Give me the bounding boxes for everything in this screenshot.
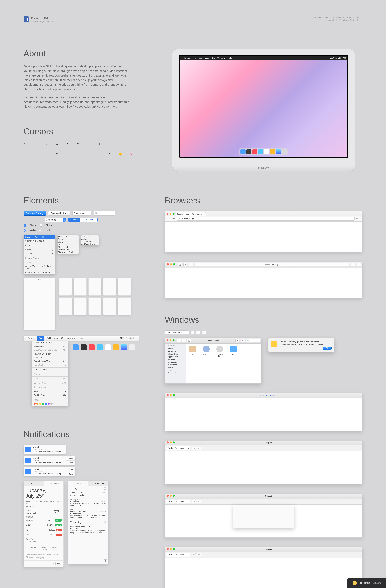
notification-banner[interactable]: Saved Skitch.app Video has been saved to… bbox=[23, 445, 66, 454]
file-menu-dropdown[interactable]: New Finder Window⌘N New Folder⇧⌘N New Fo… bbox=[32, 341, 68, 406]
minimize-icon[interactable] bbox=[170, 441, 172, 443]
reload-icon[interactable]: ⟳ bbox=[173, 217, 175, 220]
share-icon[interactable]: ⇪ bbox=[351, 263, 355, 266]
submenu-1[interactable]: New Folder Get Info View▸ Clean Up Clean… bbox=[58, 235, 79, 254]
segmented-control[interactable]: DesktopScreen Saver bbox=[68, 218, 98, 222]
toolbar-btn[interactable]: ▭ bbox=[197, 553, 201, 556]
radio-on[interactable] bbox=[23, 229, 26, 232]
action-icon[interactable]: ⚙ bbox=[235, 339, 239, 342]
file-menu-open[interactable]: File bbox=[37, 336, 44, 341]
forward-icon[interactable]: › bbox=[182, 339, 186, 342]
dropdown-control[interactable]: Dropdown⌄ bbox=[72, 211, 91, 216]
toolbar-btn[interactable]: ▭ bbox=[192, 447, 196, 450]
tag-gray[interactable] bbox=[50, 403, 53, 405]
button-default[interactable]: Button – Default bbox=[48, 211, 70, 216]
toolbar-dropdown[interactable]: Toolbar Dropdown⌄ bbox=[165, 331, 189, 334]
zoom-icon[interactable] bbox=[173, 394, 175, 396]
toolbar-dropdown[interactable]: Toolbar Dropdown⌄ bbox=[166, 446, 190, 450]
toolbar-seg[interactable]: ▭ bbox=[196, 331, 200, 334]
minimize-icon[interactable] bbox=[170, 394, 172, 396]
finder-item[interactable]: Alana bbox=[188, 346, 198, 355]
search-field[interactable]: 🔍 bbox=[246, 339, 260, 342]
forward-icon[interactable]: › bbox=[189, 263, 193, 266]
close-icon[interactable] bbox=[167, 495, 169, 497]
tabs-icon[interactable]: ⧉ bbox=[357, 263, 361, 266]
finder-item[interactable]: Network bbox=[202, 346, 211, 355]
sidebar-item[interactable]: Desktop bbox=[165, 358, 186, 361]
tab-today[interactable]: Today bbox=[68, 481, 88, 486]
zoom-icon[interactable] bbox=[173, 263, 175, 265]
gear-icon[interactable]: ⚙ bbox=[51, 562, 54, 565]
forward-icon[interactable]: → bbox=[170, 217, 172, 220]
sidebar-item[interactable]: AirDrop bbox=[165, 347, 186, 350]
sidebar-item[interactable]: Folder bbox=[165, 366, 186, 369]
notification-banner[interactable]: Saved SIP.app Video has been saved to De… bbox=[23, 456, 75, 465]
radio-off[interactable] bbox=[39, 229, 42, 232]
back-icon[interactable]: ‹ bbox=[177, 339, 181, 342]
toolbar-btn[interactable]: ▭ bbox=[197, 447, 201, 450]
menu-icon[interactable]: ⋮ bbox=[359, 217, 361, 220]
sidebar-item[interactable]: Remote Disc bbox=[165, 372, 186, 374]
close-icon[interactable] bbox=[166, 339, 168, 341]
sidebar-item[interactable]: Applications bbox=[165, 355, 186, 358]
zoom-icon[interactable] bbox=[173, 339, 175, 341]
minimize-icon[interactable] bbox=[170, 213, 171, 215]
sidebar-item[interactable]: Documents bbox=[165, 361, 186, 363]
sidebar-item[interactable]: Downloads bbox=[165, 363, 186, 366]
back-icon[interactable]: ‹ bbox=[183, 263, 187, 266]
minimize-icon[interactable] bbox=[170, 548, 172, 550]
tag-purple[interactable] bbox=[48, 403, 50, 405]
gear-icon[interactable]: ⚙ bbox=[104, 559, 107, 563]
notif-action-show[interactable]: Show bbox=[67, 456, 75, 461]
share-icon[interactable]: ⇪ bbox=[241, 339, 245, 342]
close-icon[interactable] bbox=[167, 548, 169, 550]
finder-item[interactable]: Folder bbox=[228, 346, 238, 355]
toolbar-dropdown[interactable]: Toolbar Dropdown⌄ bbox=[166, 553, 190, 557]
zoom-icon[interactable] bbox=[173, 213, 175, 215]
back-icon[interactable]: ← bbox=[166, 217, 168, 220]
zoom-icon[interactable] bbox=[173, 548, 175, 550]
tab-notifications[interactable]: Notifications bbox=[44, 481, 64, 486]
url-bar[interactable]: ⓘfacebook.design bbox=[176, 217, 355, 220]
checkbox-on[interactable]: ✓ bbox=[23, 224, 26, 227]
browser-tab[interactable]: Facebook Design | What's on … bbox=[176, 212, 206, 216]
notif-action-close[interactable]: Close bbox=[67, 467, 75, 472]
submenu-2[interactable]: as Icons as List as Columns as Cover Flo… bbox=[81, 235, 99, 245]
tab-notifications[interactable]: Notifications bbox=[88, 481, 108, 486]
tag-orange[interactable] bbox=[36, 403, 39, 405]
toolbar-dropdown[interactable]: Toolbar Dropdown⌄ bbox=[166, 500, 190, 504]
tag-blue[interactable] bbox=[45, 403, 47, 405]
clear-icon[interactable]: ⓧ bbox=[104, 520, 106, 524]
close-icon[interactable] bbox=[167, 263, 169, 265]
star-icon[interactable]: ☆ bbox=[356, 217, 358, 220]
notif-action-show[interactable]: Show bbox=[67, 472, 75, 476]
tag-red[interactable] bbox=[34, 403, 36, 405]
button-primary[interactable]: Button – Primary bbox=[23, 211, 46, 216]
toolbar-btn[interactable]: ▭ bbox=[192, 553, 196, 556]
ok-button[interactable]: OK bbox=[323, 347, 332, 350]
tab-today[interactable]: Today bbox=[24, 481, 44, 486]
toolbar-btn[interactable]: ▭ bbox=[192, 500, 196, 503]
notif-action-close[interactable]: Close bbox=[67, 461, 75, 465]
context-menu[interactable]: Look Up "Placeholder" Search with Google… bbox=[23, 235, 55, 274]
minimize-icon[interactable] bbox=[170, 263, 172, 265]
view-icons[interactable]: ▦ bbox=[187, 339, 191, 342]
url-bar[interactable]: facebook.design bbox=[195, 263, 349, 267]
sidebar-item[interactable]: All My Files bbox=[165, 350, 186, 353]
tag-yellow[interactable] bbox=[39, 403, 41, 405]
toolbar-seg[interactable]: ▭ bbox=[190, 331, 194, 334]
clear-icon[interactable]: ⓧ bbox=[104, 487, 106, 490]
search-field[interactable]: 🔍 bbox=[94, 211, 115, 216]
combo-box[interactable]: Combo Box⌄ bbox=[45, 218, 66, 222]
close-icon[interactable] bbox=[167, 441, 169, 443]
minimize-icon[interactable] bbox=[170, 495, 172, 497]
zoom-icon[interactable] bbox=[173, 495, 175, 497]
close-icon[interactable] bbox=[167, 394, 169, 396]
sidebar-item[interactable]: iCloud Drive bbox=[165, 353, 186, 355]
minimize-icon[interactable] bbox=[170, 339, 171, 341]
toolbar-btn[interactable]: ▭ bbox=[197, 500, 201, 503]
checkbox-off[interactable] bbox=[40, 224, 42, 227]
zoom-icon[interactable] bbox=[173, 441, 175, 443]
sidebar-icon[interactable]: ▤ bbox=[178, 263, 182, 266]
notification-banner[interactable]: Saved Skitch.app Video has been saved to… bbox=[23, 467, 75, 476]
